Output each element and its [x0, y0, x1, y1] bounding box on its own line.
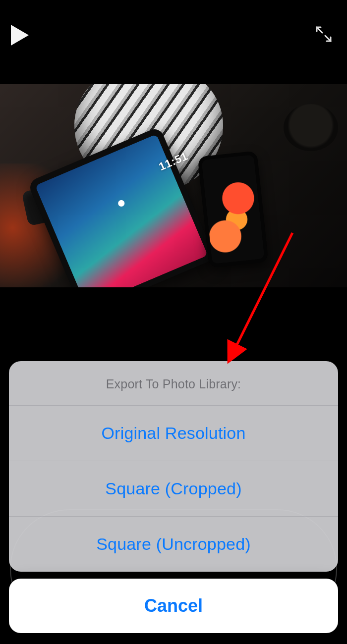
scene-phone: [198, 151, 269, 268]
export-square-cropped[interactable]: Square (Cropped): [9, 461, 338, 516]
play-button[interactable]: [10, 24, 30, 47]
export-action-sheet: Export To Photo Library: Original Resolu…: [9, 361, 338, 572]
cancel-button[interactable]: Cancel: [9, 579, 338, 633]
export-square-uncropped[interactable]: Square (Uncropped): [9, 516, 338, 572]
video-player-header: [0, 0, 347, 84]
action-sheet-container: Export To Photo Library: Original Resolu…: [9, 361, 338, 633]
scene-cup: [284, 104, 338, 151]
export-original-resolution[interactable]: Original Resolution: [9, 405, 338, 461]
scene-phone-screen: [201, 155, 264, 264]
svg-line-1: [317, 27, 322, 33]
action-sheet-title: Export To Photo Library:: [9, 361, 338, 405]
video-preview-frame: 11:51: [0, 84, 347, 287]
svg-line-2: [325, 36, 331, 41]
fullscreen-button[interactable]: [313, 24, 334, 45]
svg-marker-0: [11, 25, 29, 46]
